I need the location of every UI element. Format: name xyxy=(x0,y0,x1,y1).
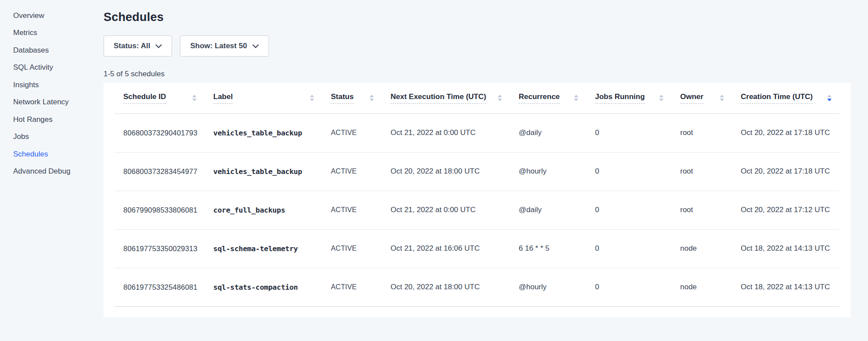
creation-time-cell: Oct 20, 2022 at 17:18 UTC xyxy=(732,114,839,152)
table-row: 806197753325486081 sql-stats-compaction … xyxy=(115,268,839,306)
sidebar-item-schedules[interactable]: Schedules xyxy=(0,146,83,163)
sort-icon xyxy=(369,95,374,101)
filter-bar: Status: All Show: Latest 50 xyxy=(104,36,868,57)
chevron-down-icon xyxy=(252,44,259,48)
owner-cell: root xyxy=(671,114,732,152)
owner-cell: node xyxy=(671,268,732,306)
column-header-next-execution[interactable]: Next Execution Time (UTC) xyxy=(382,83,510,114)
next-execution-cell: Oct 20, 2022 at 18:00 UTC xyxy=(382,152,510,191)
sidebar-item-databases[interactable]: Databases xyxy=(0,42,83,59)
sidebar-item-metrics[interactable]: Metrics xyxy=(0,25,83,42)
recurrence-cell: @hourly xyxy=(510,152,586,191)
page-title: Schedules xyxy=(104,11,868,24)
recurrence-cell: 6 16 * * 5 xyxy=(510,229,586,268)
schedule-id-cell: 806799098533806081 xyxy=(115,191,204,229)
jobs-running-cell: 0 xyxy=(586,229,671,268)
schedule-label-cell: core_full_backups xyxy=(204,191,322,229)
status-cell: ACTIVE xyxy=(322,114,382,152)
schedule-id-cell: 806800373290401793 xyxy=(115,114,204,152)
recurrence-cell: @daily xyxy=(510,114,586,152)
owner-cell: node xyxy=(671,229,732,268)
sidebar-item-overview[interactable]: Overview xyxy=(0,7,83,25)
sort-icon xyxy=(659,95,664,101)
schedule-id-cell: 806800373283454977 xyxy=(115,152,204,191)
next-execution-cell: Oct 21, 2022 at 16:06 UTC xyxy=(382,229,510,268)
owner-cell: root xyxy=(671,191,732,229)
sidebar-item-jobs[interactable]: Jobs xyxy=(0,128,83,146)
column-header-creation-time[interactable]: Creation Time (UTC) xyxy=(732,83,839,114)
chevron-down-icon xyxy=(155,44,162,48)
column-header-jobs-running[interactable]: Jobs Running xyxy=(586,83,671,114)
creation-time-cell: Oct 20, 2022 at 17:12 UTC xyxy=(732,191,839,229)
creation-time-cell: Oct 20, 2022 at 17:18 UTC xyxy=(732,152,839,191)
status-cell: ACTIVE xyxy=(322,191,382,229)
schedules-table-card: Schedule ID Label Status Next Execution … xyxy=(104,83,850,317)
owner-cell: root xyxy=(671,152,732,191)
sidebar-item-insights[interactable]: Insights xyxy=(0,76,83,94)
schedule-label-cell: sql-schema-telemetry xyxy=(204,229,322,268)
jobs-running-cell: 0 xyxy=(586,191,671,229)
status-filter-label: Status: All xyxy=(114,42,150,50)
sort-icon xyxy=(498,95,502,101)
creation-time-cell: Oct 18, 2022 at 14:13 UTC xyxy=(732,229,839,268)
sidebar-item-hot-ranges[interactable]: Hot Ranges xyxy=(0,111,83,128)
recurrence-cell: @daily xyxy=(510,191,586,229)
schedule-id-cell: 806197753325486081 xyxy=(115,268,204,306)
schedule-id-cell: 806197753350029313 xyxy=(115,229,204,268)
table-row: 806800373283454977 vehicles_table_backup… xyxy=(115,152,839,191)
jobs-running-cell: 0 xyxy=(586,268,671,306)
recurrence-cell: @hourly xyxy=(510,268,586,306)
status-filter-dropdown[interactable]: Status: All xyxy=(104,36,172,57)
sidebar-item-network-latency[interactable]: Network Latency xyxy=(0,94,83,111)
sort-icon xyxy=(720,95,724,101)
table-header-row: Schedule ID Label Status Next Execution … xyxy=(115,83,839,114)
creation-time-cell: Oct 18, 2022 at 14:13 UTC xyxy=(732,268,839,306)
column-header-label[interactable]: Label xyxy=(204,83,322,114)
jobs-running-cell: 0 xyxy=(586,152,671,191)
status-cell: ACTIVE xyxy=(322,268,382,306)
next-execution-cell: Oct 21, 2022 at 0:00 UTC xyxy=(382,191,510,229)
sort-icon xyxy=(827,95,832,101)
status-cell: ACTIVE xyxy=(322,229,382,268)
sort-icon xyxy=(310,95,314,101)
table-row: 806799098533806081 core_full_backups ACT… xyxy=(115,191,839,229)
next-execution-cell: Oct 20, 2022 at 18:00 UTC xyxy=(382,268,510,306)
table-row: 806197753350029313 sql-schema-telemetry … xyxy=(115,229,839,268)
show-filter-dropdown[interactable]: Show: Latest 50 xyxy=(180,36,269,57)
column-header-schedule-id[interactable]: Schedule ID xyxy=(115,83,204,114)
next-execution-cell: Oct 21, 2022 at 0:00 UTC xyxy=(382,114,510,152)
schedule-label-cell: vehicles_table_backup xyxy=(204,152,322,191)
show-filter-label: Show: Latest 50 xyxy=(190,42,247,50)
results-count: 1-5 of 5 schedules xyxy=(104,70,868,78)
sidebar: Overview Metrics Databases SQL Activity … xyxy=(0,0,83,341)
column-header-owner[interactable]: Owner xyxy=(671,83,732,114)
jobs-running-cell: 0 xyxy=(586,114,671,152)
sidebar-item-advanced-debug[interactable]: Advanced Debug xyxy=(0,163,83,181)
sort-icon xyxy=(574,95,578,101)
sidebar-item-sql-activity[interactable]: SQL Activity xyxy=(0,59,83,77)
schedule-label-cell: sql-stats-compaction xyxy=(204,268,322,306)
sort-icon xyxy=(192,95,197,101)
column-header-recurrence[interactable]: Recurrence xyxy=(510,83,586,114)
status-cell: ACTIVE xyxy=(322,152,382,191)
table-row: 806800373290401793 vehicles_table_backup… xyxy=(115,114,839,152)
column-header-status[interactable]: Status xyxy=(322,83,382,114)
main-content: Schedules Status: All Show: Latest 50 1-… xyxy=(83,0,868,317)
schedules-table: Schedule ID Label Status Next Execution … xyxy=(115,83,839,307)
schedule-label-cell: vehicles_table_backup xyxy=(204,114,322,152)
